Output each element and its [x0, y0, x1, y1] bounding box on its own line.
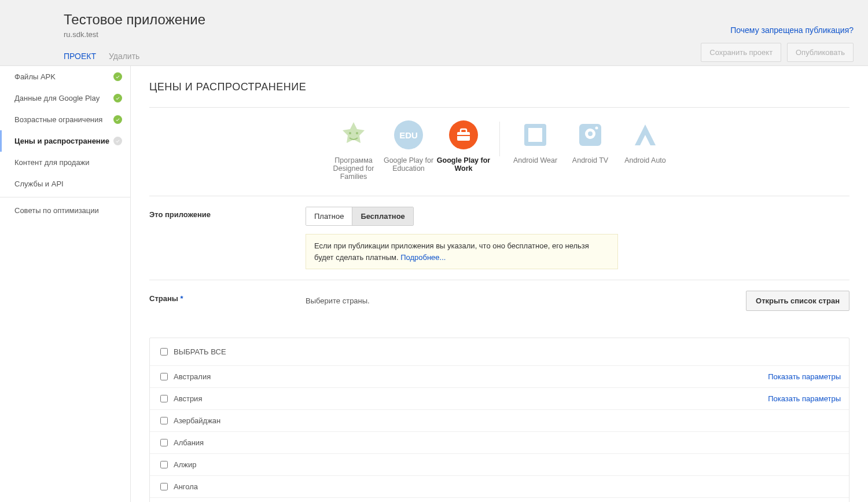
status-ok-icon: [113, 72, 122, 81]
program-icon: [631, 120, 660, 149]
required-mark: *: [181, 294, 183, 303]
select-all-label: ВЫБРАТЬ ВСЕ: [174, 347, 226, 356]
program-label: Android Wear: [508, 156, 563, 164]
sidebar-item-5[interactable]: Службы и API: [0, 173, 130, 195]
open-country-list-button[interactable]: Открыть список стран: [746, 291, 849, 311]
sidebar-item-label: Контент для продажи: [14, 158, 90, 167]
country-row[interactable]: АвстралияПоказать параметры: [150, 366, 849, 388]
sidebar-item-3[interactable]: Цены и распространение: [0, 130, 130, 152]
country-checkbox[interactable]: [160, 373, 168, 380]
publish-button[interactable]: Опубликовать: [787, 43, 854, 62]
save-project-button[interactable]: Сохранить проект: [701, 43, 781, 62]
countries-row: Страны * Выберите страны. Открыть список…: [149, 280, 849, 321]
country-row[interactable]: Ангола: [150, 476, 849, 498]
programs-row: Программа Designed for FamiliesEDUGoogle…: [149, 118, 849, 196]
country-checkbox[interactable]: [160, 439, 168, 446]
sidebar-item-label: Цены и распространение: [14, 137, 109, 145]
status-ok-icon: [113, 94, 122, 102]
country-name: Алжир: [174, 460, 196, 469]
svg-text:EDU: EDU: [399, 130, 418, 140]
main-content: ЦЕНЫ И РАСПРОСТРАНЕНИЕ Программа Designe…: [131, 66, 868, 502]
sidebar-item-2[interactable]: Возрастные ограничения: [0, 109, 130, 130]
program-3[interactable]: Android Wear: [508, 120, 563, 164]
price-row: Это приложение Платное Бесплатное Если п…: [149, 196, 849, 280]
show-params-link[interactable]: Показать параметры: [768, 372, 841, 381]
show-params-link[interactable]: Показать параметры: [768, 394, 841, 403]
sidebar-item-label: Службы и API: [14, 179, 64, 188]
program-2[interactable]: Google Play for Work: [436, 120, 491, 173]
program-label: Android TV: [563, 156, 618, 164]
sidebar-item-0[interactable]: Файлы APK: [0, 66, 130, 87]
sidebar-item-label: Возрастные ограничения: [14, 115, 102, 124]
section-title: ЦЕНЫ И РАСПРОСТРАНЕНИЕ: [149, 81, 849, 108]
country-row[interactable]: АвстрияПоказать параметры: [150, 388, 849, 410]
country-checkbox[interactable]: [160, 461, 168, 468]
svg-rect-7: [457, 135, 470, 136]
country-name: Австралия: [174, 372, 211, 381]
sidebar-item-label: Советы по оптимизации: [14, 206, 99, 215]
tab-delete[interactable]: Удалить: [109, 52, 139, 61]
program-label: Google Play for Work: [436, 156, 491, 173]
country-list: ВЫБРАТЬ ВСЕ АвстралияПоказать параметрыА…: [149, 338, 849, 502]
program-4[interactable]: Android TV: [563, 120, 618, 164]
svg-point-0: [349, 132, 351, 134]
countries-hint: Выберите страны.: [306, 296, 746, 305]
free-button[interactable]: Бесплатное: [352, 207, 413, 225]
program-icon: [576, 120, 605, 149]
program-0[interactable]: Программа Designed for Families: [326, 120, 381, 181]
country-name: Азербайджан: [174, 416, 220, 425]
select-all-checkbox[interactable]: [160, 348, 168, 356]
program-1[interactable]: EDUGoogle Play for Education: [381, 120, 436, 173]
country-row[interactable]: Албания: [150, 432, 849, 454]
country-name: Ангола: [174, 482, 198, 491]
free-warning-note: Если при публикации приложения вы указал…: [306, 234, 618, 269]
sidebar-item-4[interactable]: Контент для продажи: [0, 152, 130, 173]
country-row[interactable]: Азербайджан: [150, 410, 849, 432]
country-name: Австрия: [174, 394, 202, 403]
tab-project[interactable]: ПРОЕКТ: [64, 52, 96, 61]
country-row[interactable]: Алжир: [150, 454, 849, 476]
program-icon: EDU: [394, 120, 423, 149]
country-name: Албания: [174, 438, 204, 447]
learn-more-link[interactable]: Подробнее...: [400, 253, 446, 262]
country-checkbox[interactable]: [160, 395, 168, 402]
sidebar: Файлы APKДанные для Google PlayВозрастны…: [0, 66, 131, 502]
header-actions: Почему запрещена публикация? Сохранить п…: [697, 25, 854, 62]
program-label: Программа Designed for Families: [326, 156, 381, 181]
country-row[interactable]: Антигуа и Барбуда: [150, 498, 849, 502]
programs-separator: [499, 122, 500, 156]
select-all-row[interactable]: ВЫБРАТЬ ВСЕ: [150, 338, 849, 366]
why-forbidden-link[interactable]: Почему запрещена публикация?: [730, 25, 854, 35]
sidebar-item-optimization-tips[interactable]: Советы по оптимизации: [0, 200, 130, 221]
svg-point-13: [595, 127, 598, 130]
program-icon: [339, 120, 368, 149]
sidebar-item-label: Файлы APK: [14, 72, 56, 81]
status-ok-icon: [113, 115, 122, 124]
sidebar-item-1[interactable]: Данные для Google Play: [0, 87, 130, 109]
header: Тестовое приложение ru.sdk.test Почему з…: [0, 0, 868, 66]
paid-button[interactable]: Платное: [306, 207, 352, 225]
status-pending-icon: [113, 137, 122, 145]
svg-point-1: [356, 132, 358, 134]
country-checkbox[interactable]: [160, 483, 168, 490]
note-text: Если при публикации приложения вы указал…: [314, 241, 589, 262]
svg-rect-9: [528, 128, 542, 142]
price-toggle: Платное Бесплатное: [306, 207, 414, 226]
svg-point-12: [588, 131, 593, 136]
country-checkbox[interactable]: [160, 417, 168, 424]
program-icon: [521, 120, 550, 149]
sidebar-separator: [0, 197, 130, 197]
program-label: Android Auto: [618, 156, 673, 164]
price-label: Это приложение: [149, 207, 306, 219]
sidebar-item-label: Данные для Google Play: [14, 94, 100, 102]
program-5[interactable]: Android Auto: [618, 120, 673, 164]
program-icon: [449, 120, 478, 149]
program-label: Google Play for Education: [381, 156, 436, 173]
countries-label: Страны *: [149, 291, 306, 303]
